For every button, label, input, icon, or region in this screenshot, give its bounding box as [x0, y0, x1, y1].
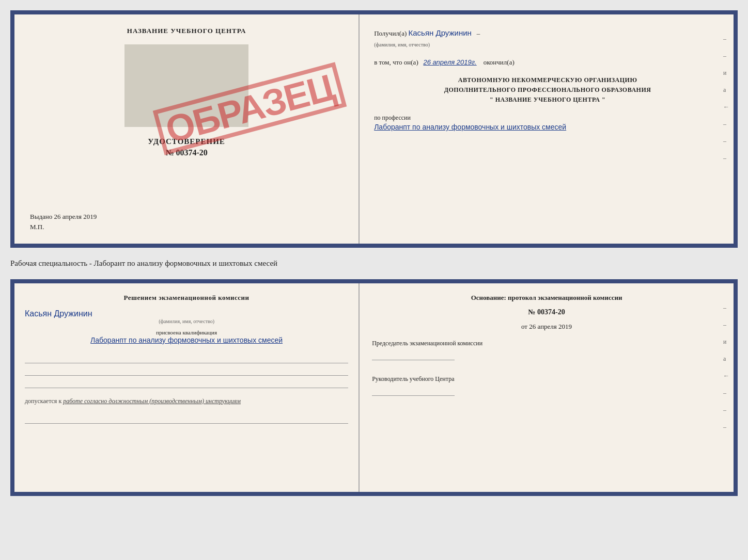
vydano-line: Выдано 26 апреля 2019	[25, 213, 97, 221]
org-line2: ДОПОЛНИТЕЛЬНОГО ПРОФЕССИОНАЛЬНОГО ОБРАЗО…	[374, 85, 721, 95]
person-name: Касьян Дружинин	[25, 309, 348, 318]
vtom-date: 26 апреля 2019г.	[423, 58, 476, 66]
org-line1: АВТОНОМНУЮ НЕКОММЕРЧЕСКУЮ ОРГАНИЗАЦИЮ	[374, 75, 721, 85]
vtom-row: в том, что он(а) 26 апреля 2019г. окончи…	[374, 57, 721, 68]
kvali-value: Лаборанпт по анализу формовочных и шихто…	[25, 335, 348, 346]
top-document: НАЗВАНИЕ УЧЕБНОГО ЦЕНТРА ОБРАЗЕЦ УДОСТОВ…	[10, 10, 738, 248]
mp-text: М.П.	[30, 223, 44, 231]
kvali-label: присвоена квалификация	[25, 329, 348, 335]
vtom-label: в том, что он(а)	[374, 58, 418, 66]
org-block: АВТОНОМНУЮ НЕКОММЕРЧЕСКУЮ ОРГАНИЗАЦИЮ ДО…	[374, 75, 721, 105]
dopuskaetsya-value: работе согласно должностным (производств…	[63, 397, 241, 405]
protocol-number: № 00374-20	[372, 308, 721, 316]
rukovoditel-block: Руководитель учебного Центра	[372, 375, 721, 396]
komissia-header: Решением экзаменационной комиссии	[25, 294, 348, 302]
kvali-block: присвоена квалификация Лаборанпт по анал…	[25, 329, 348, 346]
top-right-dashes: – – и а ← – – –	[723, 35, 729, 162]
stamp-area: ОБРАЗЕЦ	[124, 44, 248, 127]
page-wrapper: НАЗВАНИЕ УЧЕБНОГО ЦЕНТРА ОБРАЗЕЦ УДОСТОВ…	[10, 10, 738, 496]
date-prefix: от	[521, 323, 527, 330]
mp-line: М.П.	[25, 223, 44, 231]
vydano-text: Выдано 26 апреля 2019	[30, 213, 97, 220]
rukovoditel-signature	[372, 386, 455, 396]
top-doc-right: Получил(а) Касьян Дружинин – (фамилия, и…	[360, 14, 734, 244]
dopuskaetsya-block: допускается к работе согласно должностны…	[25, 397, 348, 405]
okonchil-label: окончил(а)	[484, 58, 515, 66]
profession-label: по профессии	[374, 114, 721, 122]
received-label: Получил(а)	[374, 29, 407, 37]
top-doc-left: НАЗВАНИЕ УЧЕБНОГО ЦЕНТРА ОБРАЗЕЦ УДОСТОВ…	[14, 14, 360, 244]
bottom-right-dashes: – – и а ← – – –	[723, 304, 729, 431]
bottom-doc-left: Решением экзаменационной комиссии Касьян…	[14, 283, 360, 492]
org-line3: " НАЗВАНИЕ УЧЕБНОГО ЦЕНТРА "	[374, 95, 721, 105]
protocol-date: от 26 апреля 2019	[372, 323, 721, 331]
received-name: Касьян Дружинин	[409, 28, 472, 37]
bottom-document: Решением экзаменационной комиссии Касьян…	[10, 279, 738, 496]
date-value: 26 апреля 2019	[529, 323, 572, 330]
predsedatel-label: Председатель экзаменационной комиссии	[372, 339, 721, 348]
udostoverenie-block: УДОСТОВЕРЕНИЕ № 00374-20	[148, 137, 225, 157]
specialty-line: Рабочая специальность - Лаборант по анал…	[10, 256, 738, 271]
udostoverenie-number: № 00374-20	[148, 148, 225, 157]
person-name-block: Касьян Дружинин (фамилия, имя, отчество)	[25, 309, 348, 324]
bottom-line-1	[25, 353, 348, 363]
fio-label-bottom: (фамилия, имя, отчество)	[25, 318, 348, 324]
osnov-label: Основание: протокол экзаменационной коми…	[372, 294, 721, 302]
predsedatel-signature	[372, 350, 455, 360]
bottom-line-4	[25, 413, 348, 424]
predsedatel-block: Председатель экзаменационной комиссии	[372, 339, 721, 360]
received-row: Получил(а) Касьян Дружинин – (фамилия, и…	[374, 27, 721, 50]
top-left-title: НАЗВАНИЕ УЧЕБНОГО ЦЕНТРА	[127, 27, 246, 35]
bottom-lines-block	[25, 353, 348, 388]
udostoverenie-label: УДОСТОВЕРЕНИЕ	[148, 137, 225, 146]
bottom-doc-right: Основание: протокол экзаменационной коми…	[360, 283, 734, 492]
rukovoditel-label: Руководитель учебного Центра	[372, 375, 721, 383]
profession-value: Лаборанпт по анализу формовочных и шихто…	[374, 122, 721, 133]
bottom-line-3	[25, 378, 348, 388]
profession-block: по профессии Лаборанпт по анализу формов…	[374, 114, 721, 133]
fio-sublabel-top: (фамилия, имя, отчество)	[374, 42, 430, 47]
bottom-line-2	[25, 365, 348, 376]
dopuskaetsya-prefix: допускается к	[25, 397, 61, 405]
